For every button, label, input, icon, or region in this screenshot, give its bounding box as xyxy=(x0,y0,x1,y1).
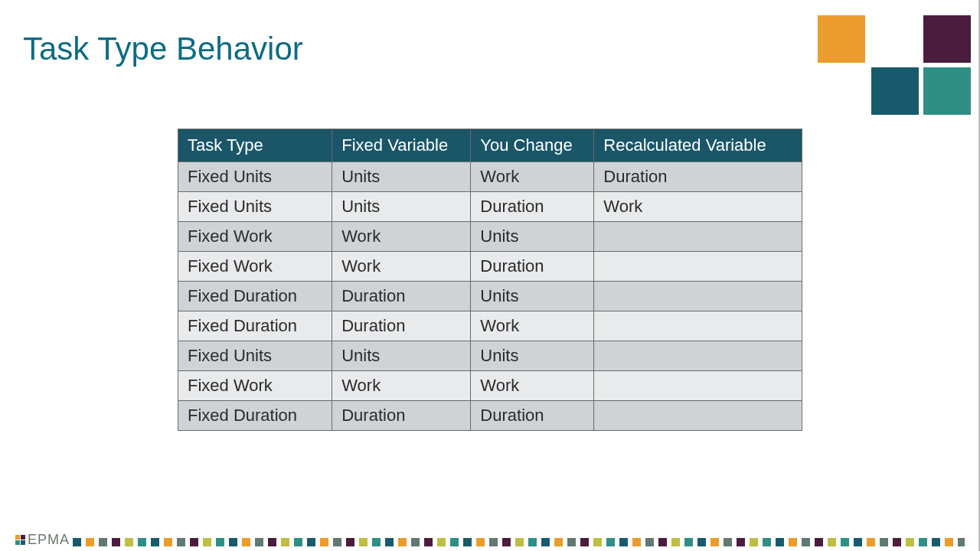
cell xyxy=(594,311,802,341)
dot-icon xyxy=(815,538,823,546)
dot-icon xyxy=(476,538,485,546)
dot-icon xyxy=(880,538,888,546)
dot-icon xyxy=(281,538,289,546)
th-task-type: Task Type xyxy=(178,129,332,162)
cell: Fixed Duration xyxy=(178,401,332,431)
page-title: Task Type Behavior xyxy=(23,31,957,67)
dot-icon xyxy=(528,538,537,546)
dot-icon xyxy=(606,538,615,546)
cell xyxy=(594,222,802,252)
dot-icon xyxy=(268,538,276,546)
dot-icon xyxy=(658,538,667,546)
table-body: Fixed Units Units Work Duration Fixed Un… xyxy=(178,162,802,431)
dot-icon xyxy=(320,538,328,546)
decor-square-teal-light xyxy=(923,67,971,115)
dot-icon xyxy=(450,538,459,546)
dot-icon xyxy=(763,538,771,546)
table-row: Fixed Units Units Work Duration xyxy=(178,162,802,192)
decor-square-orange xyxy=(818,15,865,63)
dot-icon xyxy=(112,538,120,546)
cell: Units xyxy=(332,192,471,222)
cell: Work xyxy=(471,162,594,192)
dot-icon xyxy=(710,538,719,546)
dot-icon xyxy=(554,538,563,546)
table-row: Fixed Duration Duration Duration xyxy=(178,401,802,431)
dot-icon xyxy=(789,538,797,546)
dot-icon xyxy=(776,538,784,546)
dot-icon xyxy=(255,538,263,546)
table-row: Fixed Work Work Units xyxy=(178,222,802,252)
dot-icon xyxy=(125,538,133,546)
dot-icon xyxy=(932,538,940,546)
cell: Fixed Work xyxy=(178,222,332,252)
dot-icon xyxy=(502,538,511,546)
dot-icon xyxy=(242,538,250,546)
dot-icon xyxy=(346,538,354,546)
cell: Units xyxy=(471,282,594,311)
dot-icon xyxy=(73,538,81,546)
dot-icon xyxy=(177,538,185,546)
cell: Work xyxy=(594,192,802,222)
dot-icon xyxy=(632,538,641,546)
decor-dotbar xyxy=(73,538,965,548)
table-row: Fixed Duration Duration Units xyxy=(178,282,802,311)
dot-icon xyxy=(867,538,875,546)
dot-icon xyxy=(489,538,498,546)
dot-icon xyxy=(945,538,953,546)
dot-icon xyxy=(828,538,836,546)
cell: Fixed Duration xyxy=(178,282,332,311)
dot-icon xyxy=(411,538,420,546)
cell: Fixed Work xyxy=(178,252,332,282)
dot-icon xyxy=(750,538,758,546)
slide: Task Type Behavior Task Type Fixed Varia… xyxy=(0,0,980,551)
dot-icon xyxy=(307,538,315,546)
cell: Fixed Work xyxy=(178,371,332,401)
dot-icon xyxy=(333,538,341,546)
logo-text: EPMA xyxy=(28,532,70,548)
dot-icon xyxy=(619,538,628,546)
dot-icon xyxy=(138,538,146,546)
dot-icon xyxy=(294,538,302,546)
dot-icon xyxy=(86,538,94,546)
dot-icon xyxy=(203,538,211,546)
cell: Work xyxy=(332,252,471,282)
cell: Units xyxy=(332,162,471,192)
table-row: Fixed Units Units Duration Work xyxy=(178,192,802,222)
cell: Fixed Units xyxy=(178,162,332,192)
cell: Fixed Units xyxy=(178,192,332,222)
cell: Duration xyxy=(332,311,471,341)
dot-icon xyxy=(164,538,172,546)
dot-icon xyxy=(893,538,901,546)
dot-icon xyxy=(580,538,589,546)
dot-icon xyxy=(645,538,654,546)
dot-icon xyxy=(697,538,706,546)
dot-icon xyxy=(906,538,914,546)
cell: Work xyxy=(332,222,471,252)
th-fixed-var: Fixed Variable xyxy=(332,129,471,162)
dot-icon xyxy=(216,538,224,546)
cell: Duration xyxy=(332,401,471,431)
dot-icon xyxy=(854,538,862,546)
dot-icon xyxy=(841,538,849,546)
logo-mark-icon xyxy=(15,535,25,545)
dot-icon xyxy=(463,538,472,546)
decor-square-teal-dark xyxy=(871,67,919,115)
cell: Work xyxy=(471,311,594,341)
dot-icon xyxy=(684,538,693,546)
decor-square-purple xyxy=(923,15,971,63)
dot-icon xyxy=(359,538,368,546)
cell: Fixed Units xyxy=(178,341,332,371)
dot-icon xyxy=(99,538,107,546)
dot-icon xyxy=(437,538,446,546)
cell: Units xyxy=(471,341,594,371)
table-row: Fixed Work Work Duration xyxy=(178,252,802,282)
cell xyxy=(594,401,802,431)
dot-icon xyxy=(229,538,237,546)
cell: Work xyxy=(471,371,594,401)
dot-icon xyxy=(919,538,927,546)
dot-icon xyxy=(567,538,576,546)
cell: Duration xyxy=(471,252,594,282)
cell xyxy=(594,252,802,282)
table-row: Fixed Duration Duration Work xyxy=(178,311,802,341)
dot-icon xyxy=(385,538,394,546)
